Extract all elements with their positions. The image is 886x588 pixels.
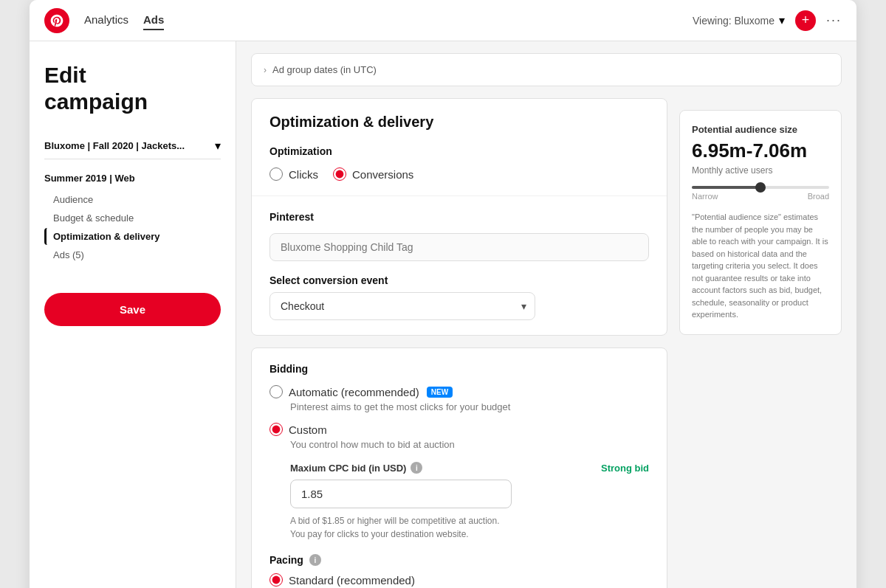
campaign-name: Bluxome | Fall 2020 | Jackets... (44, 140, 185, 151)
clicks-option[interactable]: Clicks (269, 167, 318, 181)
custom-bidding-option: Custom You control how much to bid at au… (269, 423, 649, 541)
topnav-right: Viewing: Bluxome ▾ + ··· (693, 10, 842, 31)
analytics-link[interactable]: Analytics (84, 10, 128, 30)
optimization-radio-group: Clicks Conversions (269, 167, 649, 181)
audience-note: "Potential audience size" estimates the … (692, 211, 829, 321)
pacing-area: Pacing i Standard (recommended) (269, 554, 649, 587)
add-button[interactable]: + (795, 10, 816, 31)
automatic-label: Automatic (recommended) (289, 386, 419, 398)
bid-field-area: Maxium CPC bid (in USD) i Strong bid A b… (290, 462, 649, 541)
optimization-section: Optimization & delivery Optimization Cli… (251, 98, 667, 336)
more-button[interactable]: ··· (826, 13, 842, 28)
conversions-radio[interactable] (333, 167, 346, 181)
pacing-row: Pacing i (269, 554, 649, 566)
bid-input[interactable] (290, 480, 512, 508)
bid-hint: A bid of $1.85 or higher will be competi… (290, 514, 649, 541)
bidding-label: Bidding (269, 363, 649, 375)
content-main: Optimization & delivery Optimization Cli… (251, 98, 667, 588)
campaign-chevron-icon[interactable]: ▾ (215, 139, 221, 153)
audience-slider-thumb (755, 182, 766, 193)
sidebar: Edit campaign Bluxome | Fall 2020 | Jack… (30, 41, 236, 588)
save-button[interactable]: Save (44, 293, 221, 326)
bid-info-icon[interactable]: i (411, 462, 422, 474)
standard-pacing-option[interactable]: Standard (recommended) (269, 573, 649, 587)
custom-radio[interactable] (269, 423, 283, 436)
clicks-radio[interactable] (269, 167, 283, 181)
custom-desc: You control how much to bid at auction (290, 439, 649, 450)
strong-bid-label: Strong bid (601, 463, 649, 474)
conversion-event-area: Select conversion event Checkout ▾ (269, 274, 649, 320)
ads-link[interactable]: Ads (143, 10, 164, 30)
pinterest-logo[interactable] (44, 8, 69, 33)
pinterest-subsection: Pinterest Select conversion event Checko… (252, 196, 667, 335)
automatic-desc: Pinterest aims to get the most clicks fo… (290, 401, 649, 412)
audience-card: Potential audience size 6.95m-7.06m Mont… (679, 110, 842, 335)
conversions-label: Conversions (352, 168, 413, 181)
clicks-label: Clicks (289, 168, 318, 181)
automatic-header: Automatic (recommended) NEW (269, 385, 649, 398)
sidebar-item-optimization[interactable]: Optimization & delivery (44, 228, 221, 245)
audience-card-title: Potential audience size (692, 124, 829, 135)
sidebar-item-budget[interactable]: Budget & schedule (44, 210, 221, 226)
pacing-label: Pacing (269, 554, 303, 566)
right-panel: Potential audience size 6.95m-7.06m Mont… (679, 98, 842, 588)
adgroup-dates-bar[interactable]: › Ad group dates (in UTC) (251, 53, 842, 86)
sidebar-item-audience[interactable]: Audience (44, 191, 221, 208)
conversions-option[interactable]: Conversions (333, 167, 413, 181)
adgroup-name: Summer 2019 | Web (44, 167, 221, 188)
topnav: Analytics Ads Viewing: Bluxome ▾ + ··· (30, 0, 856, 41)
new-badge: NEW (427, 387, 453, 398)
content-area: › Ad group dates (in UTC) Optimization &… (236, 41, 856, 588)
conversion-event-label: Select conversion event (269, 274, 649, 286)
optimization-label: Optimization (269, 145, 649, 157)
conversion-event-select-wrapper: Checkout ▾ (269, 292, 535, 320)
conversion-event-select[interactable]: Checkout (269, 292, 535, 320)
audience-slider-fill (692, 186, 760, 189)
sidebar-nav: Audience Budget & schedule Optimization … (44, 191, 221, 263)
pinterest-tag-input[interactable] (269, 233, 649, 261)
viewing-label: Viewing: Bluxome (693, 15, 775, 27)
standard-label: Standard (recommended) (289, 574, 415, 587)
narrow-label: Narrow (692, 192, 718, 201)
viewing-area: Viewing: Bluxome ▾ (693, 13, 785, 27)
page-title: Edit campaign (44, 62, 221, 115)
viewing-chevron-icon[interactable]: ▾ (779, 13, 785, 27)
audience-size: 6.95m-7.06m (692, 139, 829, 162)
bidding-section: Bidding Automatic (recommended) NEW (251, 347, 667, 588)
section-title: Optimization & delivery (269, 114, 649, 131)
campaign-selector[interactable]: Bluxome | Fall 2020 | Jackets... ▾ (44, 133, 221, 159)
optimization-subsection: Optimization Clicks Conversions (252, 131, 667, 196)
automatic-bidding-option: Automatic (recommended) NEW Pinterest ai… (269, 385, 649, 412)
bid-label: Maxium CPC bid (in USD) (290, 463, 406, 474)
pinterest-label: Pinterest (269, 211, 649, 223)
broad-label: Broad (808, 192, 829, 201)
custom-label: Custom (289, 423, 327, 436)
bid-label-row: Maxium CPC bid (in USD) i Strong bid (290, 462, 649, 474)
adgroup-chevron-icon: › (264, 65, 267, 75)
sidebar-item-ads[interactable]: Ads (5) (44, 246, 221, 263)
automatic-radio[interactable] (269, 385, 283, 398)
audience-slider-track (692, 186, 829, 189)
section-header: Optimization & delivery (252, 99, 667, 131)
slider-labels: Narrow Broad (692, 192, 829, 201)
content-with-panel: Optimization & delivery Optimization Cli… (251, 98, 842, 588)
audience-subtitle: Monthly active users (692, 165, 829, 176)
pacing-info-icon[interactable]: i (309, 554, 321, 566)
custom-radio-option[interactable]: Custom (269, 423, 327, 436)
custom-header: Custom (269, 423, 649, 436)
topnav-links: Analytics Ads (84, 10, 164, 30)
adgroup-dates-label: Ad group dates (in UTC) (272, 64, 377, 75)
bidding-subsection: Bidding Automatic (recommended) NEW (252, 348, 667, 588)
standard-pacing-radio[interactable] (269, 573, 283, 587)
automatic-radio-option[interactable]: Automatic (recommended) (269, 385, 419, 398)
main-layout: Edit campaign Bluxome | Fall 2020 | Jack… (30, 41, 856, 588)
